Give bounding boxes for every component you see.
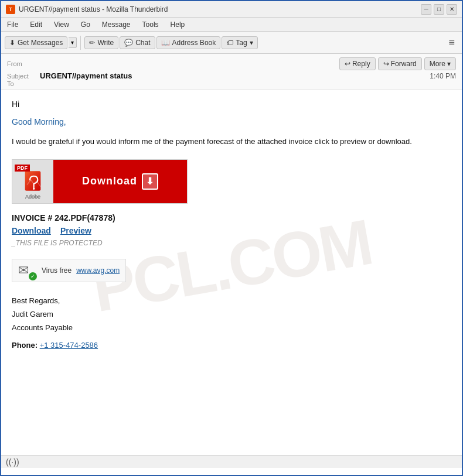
menu-tools[interactable]: Tools: [140, 19, 161, 30]
phone-number[interactable]: +1 315-474-2586: [40, 341, 98, 350]
menu-view[interactable]: View: [52, 19, 72, 30]
write-button[interactable]: ✏ Write: [84, 36, 118, 49]
tag-icon: 🏷: [226, 39, 233, 47]
tag-button[interactable]: 🏷 Tag ▾: [222, 36, 257, 49]
to-row: To: [7, 80, 456, 87]
status-icon: ((·)): [6, 457, 19, 467]
get-messages-dropdown[interactable]: ▾: [69, 37, 77, 48]
get-messages-label: Get Messages: [18, 39, 63, 47]
good-morning-text: Good Morning,: [12, 117, 451, 126]
pdf-download-container[interactable]: PDF Adobe Download: [12, 159, 188, 204]
invoice-title: INVOICE # 242.PDF(47878): [12, 213, 451, 222]
regards-text: Best Regards,: [12, 294, 451, 307]
pdf-icon-area: PDF Adobe: [12, 160, 53, 203]
tag-dropdown-icon: ▾: [250, 39, 253, 47]
write-label: Write: [97, 39, 114, 47]
signature-title: Accounts Payable: [12, 321, 451, 334]
tag-label: Tag: [236, 39, 247, 47]
write-icon: ✏: [89, 39, 95, 47]
more-button[interactable]: More ▾: [424, 57, 456, 70]
email-subject-row: Subject URGENT//payment status 1:40 PM: [7, 71, 456, 80]
signature-block: Best Regards, Judit Garem Accounts Payab…: [12, 294, 451, 335]
more-dropdown-icon: ▾: [447, 60, 451, 68]
toolbar-menu-button[interactable]: ≡: [445, 35, 458, 50]
close-button[interactable]: ✕: [447, 4, 457, 15]
email-actions: ↩ Reply ↪ Forward More ▾: [339, 57, 456, 70]
chat-button[interactable]: 💬 Chat: [120, 36, 155, 49]
from-label: From: [7, 60, 36, 67]
menu-go[interactable]: Go: [79, 19, 93, 30]
forward-label: Forward: [391, 60, 417, 68]
envelope-icon: ✉: [18, 263, 29, 278]
get-messages-button[interactable]: ⬇ Get Messages: [5, 36, 67, 49]
subject-label: Subject: [7, 73, 36, 80]
phone-row: Phone: +1 315-474-2586: [12, 341, 451, 350]
avg-link[interactable]: www.avg.com: [76, 266, 120, 275]
svg-point-1: [33, 187, 35, 189]
menu-edit[interactable]: Edit: [28, 19, 45, 30]
toolbar: ⬇ Get Messages ▾ ✏ Write 💬 Chat 📖 Addres…: [1, 32, 462, 54]
subject-text: URGENT//payment status: [40, 71, 132, 80]
protected-text: _THIS FILE IS PROTECTED: [12, 239, 451, 247]
chat-label: Chat: [135, 39, 150, 47]
address-book-button[interactable]: 📖 Address Book: [156, 36, 221, 49]
forward-button[interactable]: ↪ Forward: [378, 57, 422, 70]
toolbar-sep-1: [80, 36, 81, 50]
email-timestamp: 1:40 PM: [430, 72, 456, 80]
signature-name: Judit Garem: [12, 307, 451, 321]
email-header: From ↩ Reply ↪ Forward More ▾ Subject UR…: [1, 54, 462, 90]
subject-field: Subject URGENT//payment status: [7, 71, 132, 80]
chat-icon: 💬: [124, 39, 133, 47]
address-book-label: Address Book: [172, 39, 216, 47]
reply-button[interactable]: ↩ Reply: [339, 57, 376, 70]
download-button-label: Download: [82, 175, 137, 187]
invoice-links: Download Preview: [12, 226, 451, 235]
window-title: URGENT//payment status - Mozilla Thunder…: [19, 5, 168, 13]
minimize-button[interactable]: ─: [421, 4, 431, 15]
download-link[interactable]: Download: [12, 226, 51, 235]
title-bar: T URGENT//payment status - Mozilla Thund…: [1, 1, 462, 18]
svg-rect-0: [25, 171, 41, 190]
email-body-text: I would be grateful if you would inform …: [12, 136, 451, 148]
title-bar-left: T URGENT//payment status - Mozilla Thund…: [6, 5, 168, 14]
more-label: More: [430, 60, 445, 68]
menu-message[interactable]: Message: [100, 19, 133, 30]
to-label: To: [7, 80, 36, 87]
get-messages-icon: ⬇: [9, 39, 15, 47]
adobe-label: Adobe: [25, 194, 40, 200]
virus-free-text: Virus free: [42, 266, 72, 275]
reply-label: Reply: [352, 60, 370, 68]
menu-file[interactable]: File: [5, 19, 21, 30]
reply-icon: ↩: [345, 60, 350, 68]
status-bar: ((·)): [1, 455, 462, 468]
email-greeting: Hi: [12, 100, 451, 109]
menu-bar: File Edit View Go Message Tools Help: [1, 18, 462, 32]
app-icon: T: [6, 5, 15, 14]
email-content: Hi Good Morning, I would be grateful if …: [12, 100, 451, 350]
forward-icon: ↪: [383, 60, 389, 68]
email-header-from-row: From ↩ Reply ↪ Forward More ▾: [7, 56, 456, 71]
acrobat-icon: [21, 169, 45, 193]
from-field: From: [7, 60, 36, 67]
address-book-icon: 📖: [161, 39, 170, 47]
check-badge-icon: ✓: [29, 272, 37, 280]
preview-link[interactable]: Preview: [60, 226, 91, 235]
maximize-button[interactable]: □: [434, 4, 444, 15]
download-arrow-icon: ⬇: [142, 173, 158, 190]
menu-help[interactable]: Help: [168, 19, 188, 30]
pdf-badge: PDF: [15, 165, 30, 172]
email-body: PCL.COM Hi Good Morning, I would be grat…: [1, 90, 462, 455]
pdf-download-button[interactable]: Download ⬇: [53, 160, 187, 203]
window-controls: ─ □ ✕: [421, 4, 457, 15]
virus-free-row: ✉ ✓ Virus free www.avg.com: [12, 259, 126, 282]
phone-label: Phone:: [12, 341, 38, 350]
